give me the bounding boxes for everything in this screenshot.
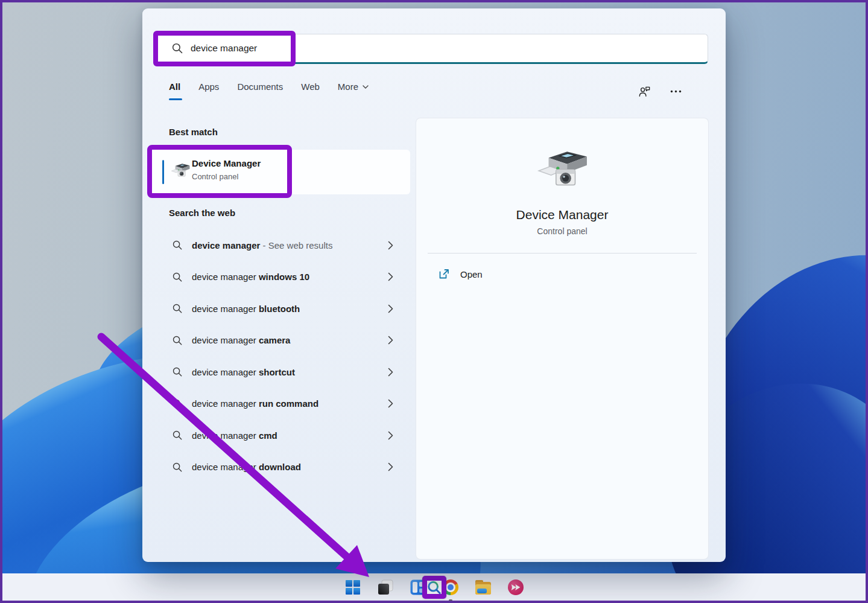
search-icon [172,43,183,54]
selection-accent-bar [162,160,164,184]
web-suggestion[interactable]: device manager cmd [150,420,415,451]
search-icon [173,367,182,377]
open-external-icon [438,268,450,280]
result-subtitle: Control panel [192,172,238,181]
tab-label: Documents [237,81,283,92]
tab-all[interactable]: All [169,81,180,100]
web-suggestion[interactable]: device manager run command [150,388,415,420]
tab-label: More [338,81,358,92]
running-indicator-dot [449,599,452,601]
start-button[interactable] [341,576,365,599]
result-preview-card: Device Manager Control panel Open [416,118,709,560]
task-view-button[interactable] [373,576,398,599]
more-options-button[interactable] [668,83,683,99]
search-header-actions [636,83,683,99]
web-suggestion[interactable]: device manager camera [150,325,415,357]
open-action[interactable]: Open [428,261,696,287]
screen: device manager All Apps Documents Web Mo… [0,0,868,603]
web-suggestion[interactable]: device manager - See web results [150,229,415,261]
magenta-app-button[interactable] [504,576,528,599]
feedback-icon [638,85,651,98]
search-query-text: device manager [191,43,257,54]
result-title: Device Manager [192,158,261,168]
widgets-button[interactable] [406,576,430,599]
search-icon [173,304,182,313]
task-view-icon [378,579,393,595]
best-match-header: Best match [169,127,218,137]
chevron-right-icon [388,336,393,345]
chevron-right-icon [388,272,393,281]
tab-label: All [169,81,180,92]
divider [428,253,697,254]
search-icon [173,462,182,472]
chrome-button[interactable] [439,576,463,599]
ellipsis-icon [670,90,682,93]
tab-label: Apps [198,81,219,92]
chevron-down-icon [363,85,369,89]
best-match-result[interactable]: Device Manager Control panel [150,150,410,194]
search-icon [173,336,182,345]
preview-title: Device Manager [516,208,609,222]
search-icon [173,272,182,282]
web-suggestion[interactable]: device manager windows 10 [150,261,415,293]
tab-label: Web [301,81,320,92]
chevron-right-icon [388,431,393,440]
chrome-icon [443,579,458,595]
magenta-app-icon [508,579,524,595]
tab-apps[interactable]: Apps [198,81,219,100]
search-input[interactable]: device manager [156,34,708,64]
file-explorer-button[interactable] [471,576,495,599]
chevron-right-icon [388,368,393,377]
chevron-right-icon [388,241,393,250]
windows-start-icon [346,580,360,595]
web-suggestion[interactable]: device manager bluetooth [150,293,415,325]
tab-documents[interactable]: Documents [237,81,283,100]
device-manager-icon [535,148,589,196]
chevron-right-icon [388,304,393,313]
open-label: Open [460,269,483,279]
web-suggestion[interactable]: device manager download [150,451,415,483]
tab-more[interactable]: More [338,81,369,100]
file-explorer-icon [475,580,491,595]
web-suggestions-list: device manager - See web results device … [150,229,415,483]
chevron-right-icon [388,462,393,471]
feedback-button[interactable] [636,83,652,99]
device-manager-icon [170,162,191,181]
search-icon [173,430,182,440]
widgets-icon [410,579,426,595]
web-suggestion[interactable]: device manager shortcut [150,356,415,388]
search-flyout-panel: device manager All Apps Documents Web Mo… [142,8,726,562]
tab-web[interactable]: Web [301,81,320,100]
taskbar [2,573,866,601]
search-icon [173,240,182,250]
chevron-right-icon [388,399,393,408]
preview-subtitle: Control panel [537,226,587,236]
search-tabs: All Apps Documents Web More [169,81,369,100]
search-icon [173,399,182,409]
active-tab-underline [169,98,182,100]
search-web-header: Search the web [169,208,235,218]
